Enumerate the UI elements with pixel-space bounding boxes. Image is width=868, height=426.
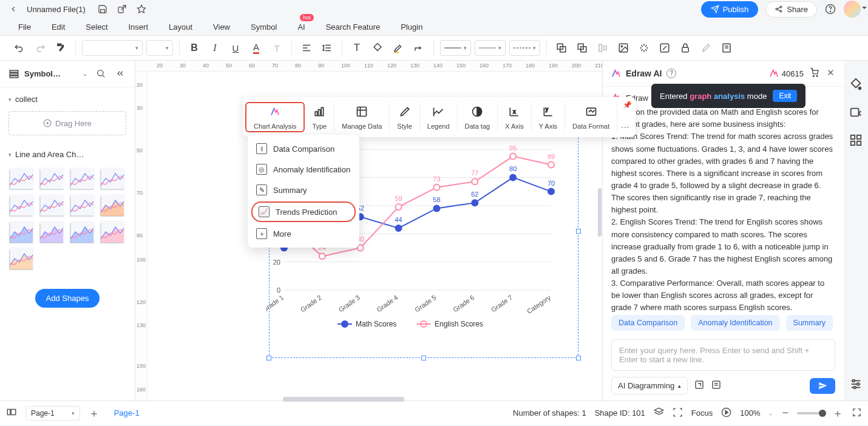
bring-front-icon[interactable] xyxy=(574,39,591,56)
chip-data-comparison[interactable]: Data Comparison xyxy=(611,315,685,331)
search-icon[interactable] xyxy=(96,69,107,79)
menu-ai[interactable]: AIhot xyxy=(297,22,305,32)
collapse-icon[interactable] xyxy=(115,69,126,79)
chip-summary[interactable]: Summary xyxy=(786,315,833,331)
export-icon[interactable] xyxy=(116,3,128,15)
shape-thumb[interactable] xyxy=(8,221,34,244)
menu-file[interactable]: File xyxy=(18,22,31,32)
ai-sparkle-icon[interactable] xyxy=(636,39,653,56)
shape-thumb[interactable] xyxy=(39,194,64,217)
lock-icon[interactable] xyxy=(677,39,694,56)
undo-icon[interactable] xyxy=(11,39,28,56)
add-page-button[interactable]: ＋ xyxy=(89,406,100,421)
page-setup-icon[interactable] xyxy=(718,39,735,56)
focus-label[interactable]: Focus xyxy=(691,408,713,418)
text-style-icon[interactable]: T xyxy=(268,39,285,56)
chart-type-button[interactable]: Type xyxy=(305,102,334,132)
shape-thumb[interactable] xyxy=(69,194,95,217)
menu-search-feature[interactable]: Search Feature xyxy=(326,22,381,32)
shape-thumb[interactable] xyxy=(69,221,95,244)
shape-thumb[interactable] xyxy=(39,221,64,244)
section-line-area[interactable]: Line and Area Ch… xyxy=(0,143,135,164)
menu-trends-prediction[interactable]: 📈Trends Prediction xyxy=(251,201,356,222)
page-select[interactable]: Page-1▾ xyxy=(25,406,80,421)
attachment-icon[interactable] xyxy=(694,379,705,392)
menu-edit[interactable]: Edit xyxy=(52,22,65,32)
coin-badge[interactable]: 40615 xyxy=(769,69,804,78)
section-collect[interactable]: collect xyxy=(0,87,135,109)
ai-query-input[interactable]: Enter your query here. Press Enter to se… xyxy=(611,339,835,371)
menu-symbol[interactable]: Symbol xyxy=(251,22,277,32)
shape-export-icon[interactable] xyxy=(849,106,863,119)
menu-insert[interactable]: Insert xyxy=(129,22,149,32)
exit-button[interactable]: Exit xyxy=(773,90,797,102)
send-button[interactable] xyxy=(810,378,835,394)
publish-button[interactable]: Publish xyxy=(701,1,759,18)
chart-analysis-button[interactable]: Chart Analysis xyxy=(245,102,305,132)
underline-icon[interactable]: U xyxy=(227,39,244,56)
ai-help-icon[interactable]: ? xyxy=(666,69,676,78)
menu-data-comparison[interactable]: ⫴Data Comparison xyxy=(248,138,359,159)
zoom-level[interactable]: 100% xyxy=(740,408,760,418)
template-icon[interactable] xyxy=(711,379,722,392)
manage-data-button[interactable]: Manage Data xyxy=(334,102,390,132)
menu-view[interactable]: View xyxy=(213,22,230,32)
shape-thumb[interactable] xyxy=(100,194,125,217)
menu-more[interactable]: ＋More xyxy=(248,223,359,244)
zoom-in-button[interactable]: ＋ xyxy=(832,406,843,421)
shape-thumb[interactable] xyxy=(8,167,34,191)
help-icon[interactable] xyxy=(824,3,836,15)
avatar[interactable] xyxy=(844,1,861,18)
yaxis-button[interactable]: y Y Axis xyxy=(532,102,565,132)
layers-icon[interactable] xyxy=(654,407,664,419)
xaxis-button[interactable]: x X Axis xyxy=(498,102,532,132)
pin-icon[interactable]: 📌 xyxy=(623,101,632,109)
cart-icon[interactable] xyxy=(810,67,820,79)
pages-icon[interactable] xyxy=(6,407,17,419)
menu-anomaly[interactable]: ◎Anomaly Identification xyxy=(248,159,359,180)
close-icon[interactable] xyxy=(826,68,835,79)
line-weight-select[interactable] xyxy=(475,40,506,56)
align-icon[interactable] xyxy=(298,39,315,56)
align-objects-icon[interactable] xyxy=(594,39,611,56)
shape-thumb[interactable] xyxy=(8,194,34,217)
datatag-button[interactable]: Data tag xyxy=(458,102,498,132)
edit-icon[interactable] xyxy=(656,39,673,56)
toolbar-more-icon[interactable]: ⋯ xyxy=(617,123,633,132)
ai-mode-select[interactable]: AI Diagramming ▴ xyxy=(611,377,688,394)
line-dash-select[interactable] xyxy=(509,40,540,56)
canvas-scrollbar[interactable] xyxy=(283,397,404,402)
page-tab[interactable]: Page-1 xyxy=(108,405,146,421)
menu-summary[interactable]: ✎Summary xyxy=(248,180,359,200)
shape-thumb[interactable] xyxy=(100,167,125,191)
shape-thumb[interactable] xyxy=(8,248,34,271)
text-tool-icon[interactable]: T xyxy=(348,39,365,56)
apps-grid-icon[interactable] xyxy=(849,134,863,147)
send-back-icon[interactable] xyxy=(553,39,570,56)
share-button[interactable]: Share xyxy=(765,1,817,18)
play-icon[interactable] xyxy=(721,407,731,419)
style-button[interactable]: Style xyxy=(390,102,419,132)
zoom-slider[interactable] xyxy=(797,412,824,414)
menu-select[interactable]: Select xyxy=(86,22,107,32)
add-shapes-button[interactable]: Add Shapes xyxy=(35,289,100,308)
legend-button[interactable]: Legend xyxy=(420,102,458,132)
settings-list-icon[interactable] xyxy=(849,377,863,391)
connector-icon[interactable] xyxy=(410,39,427,56)
settings-icon[interactable] xyxy=(697,39,714,56)
image-icon[interactable] xyxy=(615,39,632,56)
menu-layout[interactable]: Layout xyxy=(169,22,192,32)
font-size-select[interactable] xyxy=(146,40,173,56)
drag-here-zone[interactable]: Drag Here xyxy=(8,111,126,135)
font-family-select[interactable] xyxy=(82,40,143,56)
menu-plugin[interactable]: Plugin xyxy=(401,22,422,32)
bold-icon[interactable]: B xyxy=(186,39,203,56)
dataformat-button[interactable]: Data Format xyxy=(565,102,617,132)
save-icon[interactable] xyxy=(97,3,109,15)
back-icon[interactable] xyxy=(7,3,19,15)
italic-icon[interactable]: I xyxy=(206,39,223,56)
font-color-icon[interactable]: A xyxy=(248,39,265,56)
line-spacing-icon[interactable] xyxy=(319,39,336,56)
format-painter-icon[interactable] xyxy=(52,39,69,56)
shape-thumb[interactable] xyxy=(69,167,95,191)
